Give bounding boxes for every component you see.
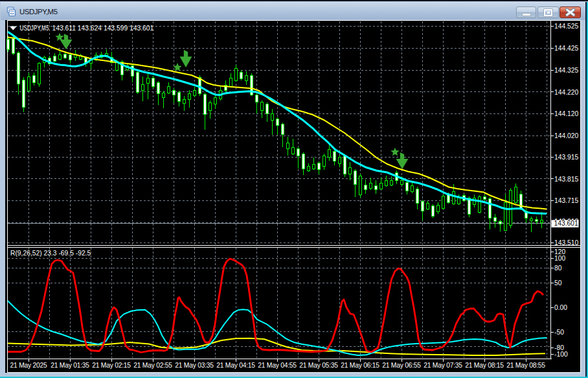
svg-text:21 May 08:55: 21 May 08:55 — [506, 362, 545, 369]
svg-text:143.611 143.624 143.599 143.60: 143.611 143.624 143.599 143.601 — [52, 25, 154, 32]
svg-text:21 May 07:35: 21 May 07:35 — [424, 362, 462, 369]
svg-text:R(9,26,52) 23.3 -69.5 -92.5: R(9,26,52) 23.3 -69.5 -92.5 — [10, 250, 91, 257]
svg-text:143.915: 143.915 — [554, 154, 578, 161]
svg-text:21 May 08:15: 21 May 08:15 — [465, 362, 504, 369]
svg-text:80: 80 — [554, 265, 562, 272]
svg-text:144.425: 144.425 — [554, 45, 578, 52]
svg-text:21 May 06:15: 21 May 06:15 — [341, 362, 379, 369]
svg-text:USDJPY,M5: USDJPY,M5 — [20, 25, 49, 32]
svg-text:144.120: 144.120 — [554, 110, 578, 117]
svg-text:143.815: 143.815 — [554, 176, 578, 183]
svg-text:0.00: 0.00 — [554, 304, 567, 311]
svg-text:143.715: 143.715 — [554, 197, 578, 204]
svg-text:21 May 06:55: 21 May 06:55 — [382, 362, 421, 369]
svg-text:-100: -100 — [554, 351, 568, 358]
svg-text:21 May 03:35: 21 May 03:35 — [175, 362, 214, 369]
svg-text:143.601: 143.601 — [554, 220, 578, 227]
svg-text:21 May 02:55: 21 May 02:55 — [133, 362, 172, 369]
svg-text:144.525: 144.525 — [554, 23, 578, 30]
svg-text:144.220: 144.220 — [554, 89, 578, 96]
svg-text:50: 50 — [554, 279, 562, 287]
svg-text:21 May 02:15: 21 May 02:15 — [92, 362, 131, 369]
svg-text:100: 100 — [554, 255, 565, 262]
svg-text:-50: -50 — [554, 329, 564, 336]
svg-text:21 May 05:35: 21 May 05:35 — [299, 362, 338, 369]
svg-text:143.510: 143.510 — [554, 239, 578, 246]
svg-text:144.325: 144.325 — [554, 67, 578, 74]
svg-text:21 May 04:15: 21 May 04:15 — [216, 362, 255, 369]
svg-text:144.020: 144.020 — [554, 132, 578, 139]
svg-text:21 May 2025: 21 May 2025 — [10, 362, 47, 369]
svg-text:21 May 01:35: 21 May 01:35 — [51, 362, 89, 369]
svg-text:21 May 04:55: 21 May 04:55 — [258, 362, 297, 369]
